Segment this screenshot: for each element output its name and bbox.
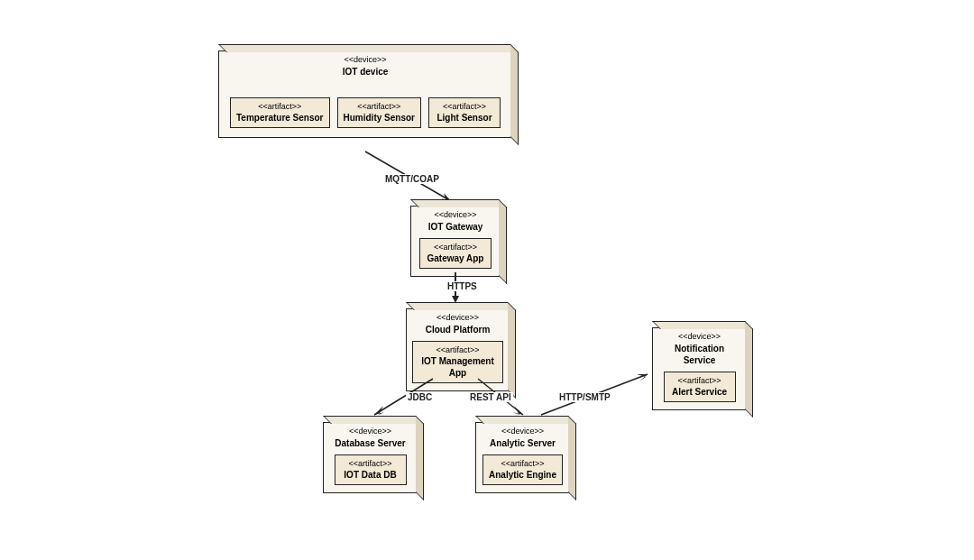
node-header: <<device>> Analytic Server (476, 423, 569, 451)
stereotype: <<device>> (225, 55, 506, 66)
node-header: <<device>> Cloud Platform (407, 309, 509, 337)
node-name: IOT device (225, 66, 506, 78)
node-header: <<device>> Database Server (324, 423, 417, 451)
edge-label-https: HTTPS (446, 281, 479, 291)
artifact-iot-data-db: <<artifact>> IOT Data DB (335, 454, 407, 486)
artifact-row: <<artifact>> IOT Data DB (324, 451, 417, 493)
artifact-light-sensor: <<artifact>> Light Sensor (428, 97, 501, 129)
artifact-row: <<artifact>> Analytic Engine (476, 451, 569, 493)
node-header: <<device>> IOT Gateway (411, 207, 500, 234)
node-header: <<device>> IOT device (219, 51, 511, 79)
artifact-row: <<artifact>> Gateway App (411, 234, 500, 277)
node-database-server: <<device>> Database Server <<artifact>> … (323, 422, 418, 493)
node-analytic-server: <<device>> Analytic Server <<artifact>> … (475, 422, 570, 493)
edge-label-mqtt: MQTT/COAP (383, 174, 441, 184)
artifact-temp-sensor: <<artifact>> Temperature Sensor (230, 97, 330, 129)
node-header: <<device>> Notification Service (653, 328, 746, 368)
edge-label-http-smtp: HTTP/SMTP (557, 392, 612, 402)
edge-label-jdbc: JDBC (406, 392, 434, 402)
artifact-row: <<artifact>> Alert Service (653, 368, 746, 410)
node-notification-service: <<device>> Notification Service <<artifa… (652, 327, 747, 410)
artifact-analytic-engine: <<artifact>> Analytic Engine (482, 454, 563, 486)
node-iot-gateway: <<device>> IOT Gateway <<artifact>> Gate… (410, 206, 501, 277)
node-iot-device: <<device>> IOT device <<artifact>> Tempe… (218, 50, 512, 138)
artifact-alert-service: <<artifact>> Alert Service (664, 372, 736, 403)
artifact-row: <<artifact>> Temperature Sensor <<artifa… (219, 79, 511, 138)
edge-label-rest: REST API (468, 392, 513, 402)
artifact-gateway-app: <<artifact>> Gateway App (419, 238, 492, 270)
artifact-humidity-sensor: <<artifact>> Humidity Sensor (337, 97, 421, 129)
artifact-iot-mgmt-app: <<artifact>> IOT Management App (412, 341, 503, 384)
